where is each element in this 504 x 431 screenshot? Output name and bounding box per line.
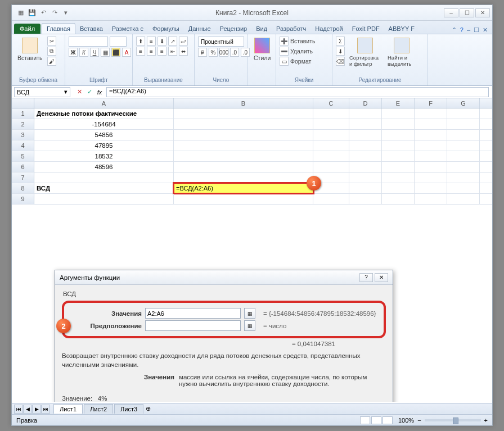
fill-icon[interactable]: ⬇ [336, 47, 345, 56]
row-header[interactable]: 6 [12, 162, 34, 172]
arg-guess-picker-icon[interactable]: ▦ [244, 320, 255, 331]
zoom-out-icon[interactable]: − [417, 417, 421, 424]
close-button[interactable]: ✕ [475, 8, 490, 17]
wrap-text-icon[interactable]: ⮐ [179, 37, 188, 46]
currency-icon[interactable]: ₽ [198, 48, 207, 57]
col-header-c[interactable]: C [313, 98, 349, 108]
tab-review[interactable]: Рецензир [215, 24, 252, 34]
help-icon[interactable]: ? [460, 26, 464, 34]
cell-b8-active[interactable]: =ВСД(A2:A6) [174, 183, 313, 193]
insert-cells-label[interactable]: Вставить [290, 38, 316, 44]
underline-icon[interactable]: Ч [90, 48, 99, 57]
sheet-tab-1[interactable]: Лист1 [53, 404, 83, 414]
new-sheet-icon[interactable]: ⊕ [146, 405, 151, 412]
cancel-formula-icon[interactable]: ✕ [75, 88, 84, 97]
align-left-icon[interactable]: ≡ [136, 47, 145, 56]
view-normal-icon[interactable] [360, 416, 370, 424]
arg-values-picker-icon[interactable]: ▦ [244, 308, 255, 319]
zoom-slider[interactable] [425, 419, 481, 421]
minimize-button[interactable]: – [444, 8, 458, 17]
col-header-f[interactable]: F [415, 98, 447, 108]
percent-icon[interactable]: % [209, 48, 218, 57]
name-box[interactable]: ВСД ▾ [14, 87, 70, 97]
formula-input[interactable]: =ВСД(A2:A6) [106, 87, 489, 97]
dialog-help-icon[interactable]: ? [359, 273, 373, 282]
indent-dec-icon[interactable]: ⇤ [168, 47, 177, 56]
col-header-d[interactable]: D [349, 98, 382, 108]
qat-dropdown-icon[interactable]: ▾ [61, 8, 70, 17]
format-cells-label[interactable]: Формат [290, 58, 311, 65]
row-header[interactable]: 4 [12, 140, 34, 151]
tab-formulas[interactable]: Формулы [148, 24, 184, 34]
cell-a4[interactable]: 47895 [34, 140, 174, 151]
autosum-icon[interactable]: Σ [336, 37, 345, 46]
col-header-b[interactable]: B [174, 98, 313, 108]
arg-values-input[interactable] [145, 308, 241, 319]
zoom-value[interactable]: 100% [398, 417, 414, 424]
zoom-in-icon[interactable]: + [484, 417, 488, 424]
arg-guess-input[interactable] [145, 320, 241, 331]
doc-minimize-icon[interactable]: – [467, 26, 470, 34]
align-top-icon[interactable]: ⬆ [136, 37, 145, 46]
sheet-nav-first-icon[interactable]: ⏮ [14, 405, 23, 414]
tab-home[interactable]: Главная [42, 23, 75, 34]
tab-developer[interactable]: Разработч [272, 24, 310, 34]
paste-button[interactable]: Вставить [15, 37, 45, 62]
dialog-close-icon[interactable]: ✕ [375, 273, 388, 282]
tab-layout[interactable]: Разметка с [107, 24, 148, 34]
clear-icon[interactable]: ⌫ [336, 57, 345, 66]
row-header[interactable]: 5 [12, 151, 34, 161]
undo-icon[interactable]: ↶ [39, 8, 48, 17]
font-color-icon[interactable]: A [122, 48, 131, 57]
save-icon[interactable]: 💾 [28, 8, 37, 17]
sort-filter-button[interactable]: Сортировка и фильтр [347, 37, 383, 68]
insert-cells-icon[interactable]: ➕ [280, 37, 289, 46]
styles-button[interactable]: Стили [251, 37, 273, 62]
number-format-select[interactable] [198, 37, 244, 47]
col-header-g[interactable]: G [447, 98, 480, 108]
cell-a8[interactable]: ВСД [34, 183, 174, 193]
tab-view[interactable]: Вид [251, 24, 272, 34]
cell-a3[interactable]: 54856 [34, 130, 174, 140]
sheet-nav-next-icon[interactable]: ▶ [32, 405, 41, 414]
bold-icon[interactable]: Ж [69, 48, 78, 57]
align-middle-icon[interactable]: ≡ [147, 37, 156, 46]
cell-a6[interactable]: 48596 [34, 162, 174, 172]
name-box-dropdown-icon[interactable]: ▾ [64, 88, 68, 96]
font-size-select[interactable] [110, 37, 127, 47]
format-painter-icon[interactable]: 🖌 [47, 57, 56, 66]
view-page-layout-icon[interactable] [371, 416, 381, 424]
fx-icon[interactable]: fx [95, 88, 104, 97]
tab-addins[interactable]: Надстрой [310, 24, 347, 34]
sheet-tab-3[interactable]: Лист3 [114, 404, 143, 414]
row-header[interactable]: 9 [12, 194, 34, 204]
align-bottom-icon[interactable]: ⬇ [158, 37, 166, 46]
delete-cells-label[interactable]: Удалить [290, 48, 313, 55]
view-page-break-icon[interactable] [382, 416, 393, 424]
cut-icon[interactable]: ✂ [47, 37, 56, 46]
comma-icon[interactable]: 000 [219, 48, 228, 57]
redo-icon[interactable]: ↷ [50, 8, 59, 17]
tab-insert[interactable]: Вставка [75, 24, 107, 34]
find-select-button[interactable]: Найти и выделить [385, 37, 418, 68]
inc-decimal-icon[interactable]: .0 [230, 48, 239, 57]
doc-close-icon[interactable]: ✕ [483, 26, 488, 34]
enter-formula-icon[interactable]: ✓ [85, 88, 94, 97]
orientation-icon[interactable]: ↗ [168, 37, 177, 46]
sheet-tab-2[interactable]: Лист2 [84, 404, 113, 414]
tab-data[interactable]: Данные [184, 24, 215, 34]
select-all-corner[interactable] [12, 98, 34, 108]
maximize-button[interactable]: ☐ [460, 8, 474, 17]
ribbon-minimize-icon[interactable]: ⌃ [452, 26, 457, 34]
align-center-icon[interactable]: ≡ [147, 47, 156, 56]
row-header[interactable]: 3 [12, 130, 34, 140]
fill-color-icon[interactable]: ⬛ [111, 48, 120, 57]
cell-a1[interactable]: Денежные потоки фактические [34, 108, 174, 119]
file-tab[interactable]: Файл [14, 24, 40, 34]
cell-a2[interactable]: -154684 [34, 119, 174, 129]
cell-a5[interactable]: 18532 [34, 151, 174, 161]
italic-icon[interactable]: К [79, 48, 88, 57]
row-header[interactable]: 2 [12, 119, 34, 129]
col-header-e[interactable]: E [382, 98, 415, 108]
align-right-icon[interactable]: ≡ [158, 47, 166, 56]
